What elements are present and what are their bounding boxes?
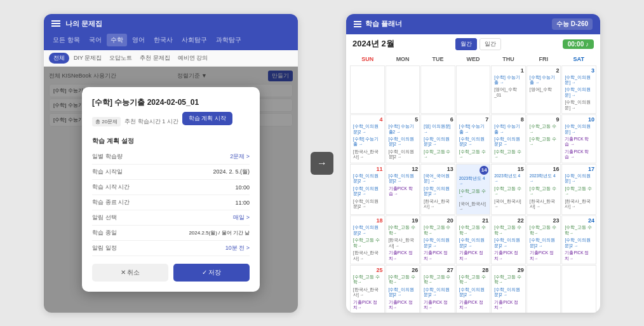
cal-event: [수학_고등 수학→ xyxy=(493,274,524,286)
cal-event: [수학_이의원문]2 → xyxy=(528,237,560,249)
cal-cell[interactable]: 6 [영] 이의원문] → [수학_이의원문]2 → [수학_고등 수→ xyxy=(420,114,455,163)
modal-row-end-time: 학습 종료 시간 11:00 xyxy=(92,195,250,210)
cal-event: [수학_고등 수학→ xyxy=(387,274,419,286)
cal-cell[interactable]: 20 [수학_고등 수학→ [수학_이의원문]2 → 기출PICK 정치→ xyxy=(420,215,455,264)
cal-cell[interactable]: 19 [수학_고등 수학→ [한국사_한국사] → 기출PICK 정치→ xyxy=(386,215,420,264)
cal-event: [수학_이의원문]2 → xyxy=(458,136,489,148)
cal-event: [영] 이의원문] → xyxy=(422,123,453,135)
cal-event: 기출PICK 학습 → xyxy=(387,186,419,198)
cal-cell[interactable]: 27 [수학_고등 수학→ [수학_이의원문]2 → 기출PICK 정치→ xyxy=(420,265,455,313)
modal-start-button[interactable]: 학습 계획 시작 xyxy=(182,112,232,125)
nav-math[interactable]: 수학 xyxy=(107,34,127,46)
cal-cell[interactable] xyxy=(456,65,491,114)
cal-cell[interactable]: 16 2023학년도 4 → [수학_고등 수→ [한국사_한국사] → xyxy=(527,164,561,215)
cal-cell[interactable]: 5 [수학] 수능기출2 → [수학_이의원문]2 → [수학_이의원문]2 → xyxy=(386,114,420,163)
cal-event: 기출PICK 정치→ xyxy=(493,250,524,262)
modal-title: [수학] 수능기출 2024-02-05_01 xyxy=(92,97,250,108)
cal-event: 기출PICK 정치→ xyxy=(387,250,419,262)
row-value[interactable]: 2문제 > xyxy=(230,153,250,161)
cal-cell[interactable]: 18 [수학_이의원문]2 → [수학_고등 수학→ [한국사_한국사] → xyxy=(350,215,385,264)
cal-cell[interactable]: 24 [수학_고등 수학→ [수학_이의원문]2 → 기출PICK 정치→ xyxy=(561,215,596,264)
cal-cell[interactable]: 3 [수학_이의원문] → [수학_이의원문] → [수학_이의원문] → xyxy=(561,65,596,114)
cal-cell[interactable]: 25 [수학_고등 수학→ [한국사_한국사] → 기출PICK 정치→ xyxy=(350,265,385,313)
cal-cell[interactable]: 29 [수학_고등 수학→ [수학_이의원문]2 → 기출PICK 정치→ xyxy=(491,265,526,313)
cal-event: [수학_이의원문]2 → xyxy=(422,136,453,148)
cal-event: [수학_고등 수→ xyxy=(493,149,524,161)
cal-event: [수학_고등 수학→ xyxy=(422,224,453,236)
cal-cell[interactable]: 26 [수학_고등 수학→ [수학_이의원문]2 → 기출PICK 정치→ xyxy=(386,265,420,313)
cal-event: [수학_고등 수→ xyxy=(528,186,560,198)
cal-event: [수학_이의원문]2 → xyxy=(493,136,524,148)
cal-cell[interactable]: 2 [수학] 수능기출 → [영어]_수학 xyxy=(527,65,561,114)
nav-history[interactable]: 한국사 xyxy=(150,34,177,46)
row-label: 알림 선택 xyxy=(92,214,117,222)
row-value[interactable]: 매일 > xyxy=(233,214,250,222)
cal-event: [수학_고등 수→ xyxy=(422,149,453,161)
right-menu-icon[interactable] xyxy=(354,21,361,27)
cal-day-num: 12 xyxy=(387,166,419,172)
view-daily[interactable]: 일간 xyxy=(480,38,501,50)
cal-day-num: 14 xyxy=(480,166,488,175)
row-label: 학습 종일 xyxy=(92,229,117,237)
cal-event: [수학_고등 수학→ xyxy=(458,224,489,236)
cal-cell[interactable]: 28 [수학_고등 수학→ [수학_이의원문]2 → 기출PICK 정치→ xyxy=(456,265,491,313)
cal-cell[interactable]: 14 2023학년도 4 → [수학_고등 수→ [국어_한국사] → xyxy=(456,164,491,215)
cal-event: [수학_고등 수학→ xyxy=(458,274,489,286)
left-subnav: 전체 DIY 문제집 오답노트 추천 문제집 예비연 강의 xyxy=(44,50,298,67)
cal-cell[interactable]: 11 [수학_이의원문]2 → [수학_이의원문]2 → [수학_이의원문]2 … xyxy=(350,164,385,215)
cal-cell[interactable]: 22 [수학_고등 수학→ [수학_이의원문]2 → 기출PICK 정치→ xyxy=(491,215,526,264)
nav-all[interactable]: 모든 항목 xyxy=(49,34,84,46)
cal-cell[interactable]: 12 [수학_이의원문]2 → 기출PICK 학습 → xyxy=(386,164,420,215)
cal-cell[interactable]: 21 [수학_고등 수학→ [수학_이의원문]2 → 기출PICK 정치→ xyxy=(456,215,491,264)
cal-event: [한국사_한국사] → xyxy=(528,198,560,210)
cal-cell[interactable]: 13 [국어_국어원문] → [수학_이의원문]2 → [한국사_한국사] → xyxy=(420,164,455,215)
row-value[interactable]: 10분 전 > xyxy=(225,244,250,252)
cal-cell[interactable]: 8 [수학] 수능기출 → [수학_이의원문]2 → [수학_고등 수→ xyxy=(491,114,526,163)
cal-day-num: 2 xyxy=(528,67,560,74)
nav-english[interactable]: 영어 xyxy=(128,34,149,46)
nav-science[interactable]: 과학탐구 xyxy=(212,34,245,46)
cal-cell[interactable]: 9 [수학_고등 수→ [수학_고등 수→ xyxy=(527,114,561,163)
subnav-wrong[interactable]: 오답노트 xyxy=(106,53,135,64)
subnav-all[interactable]: 전체 xyxy=(49,53,69,64)
cal-cell[interactable]: 1 [수학] 수능기출 → [영어]_수학_01 xyxy=(491,65,526,114)
dday-badge: 수능 D-260 xyxy=(552,18,593,30)
subnav-lecture[interactable]: 예비연 강의 xyxy=(175,53,211,64)
cal-cell[interactable]: 10 [수학_이의원문] → 기출PICK 학습 → 기출PICK 학습 → xyxy=(561,114,596,163)
cal-cell[interactable]: 4 [수학_이의원문]2 → [수학] 수능기출 → [한국사_한국사] → xyxy=(350,114,385,163)
cal-cell[interactable]: 7 [수학] 수능기출 → [수학_이의원문]2 → [수학_고등 수→ xyxy=(456,114,491,163)
subnav-diy[interactable]: DIY 문제집 xyxy=(70,53,105,64)
view-monthly[interactable]: 월간 xyxy=(455,38,477,50)
right-topbar-left: 학습 플래너 xyxy=(354,19,402,29)
cal-cell[interactable]: 15 2023학년도 4 → [수학_고등 수→ [국어_한국사] → xyxy=(491,164,526,215)
cal-event: [한국사_한국사] → xyxy=(352,149,383,161)
cal-cell[interactable]: 23 [수학_고등 수학→ [수학_이의원문]2 → 기출PICK 정치→ xyxy=(527,215,561,264)
cal-cell[interactable] xyxy=(527,265,561,313)
arrow-container: → xyxy=(311,152,333,175)
subnav-recommend[interactable]: 추천 문제집 xyxy=(137,53,173,64)
row-value: 2024. 2. 5.(월) xyxy=(213,168,250,176)
calendar-month: 2024년 2월 xyxy=(352,38,394,50)
nav-social[interactable]: 사회탐구 xyxy=(178,34,211,46)
cal-cell[interactable] xyxy=(561,265,596,313)
modal-row-reminder: 알림 일정 10분 전 > xyxy=(92,241,250,256)
cal-event: [수학_이의원문]2 → xyxy=(352,198,383,210)
save-button[interactable]: ✓ 저장 xyxy=(173,264,250,282)
cal-event: [국어_한국사] → xyxy=(493,198,524,210)
cancel-button[interactable]: ✕ 취소 xyxy=(92,264,168,282)
cal-cell[interactable] xyxy=(386,65,420,114)
cal-event: [수학_이의원문]2 → xyxy=(387,173,419,185)
cal-day-num: 16 xyxy=(528,166,560,172)
cal-cell[interactable]: 17 [수학_이의원문] → [수학_고등 수→ [한국사_한국사] → xyxy=(561,164,596,215)
cal-cell[interactable] xyxy=(420,65,455,114)
cal-event: [수학] 수능기출2 → xyxy=(387,123,419,135)
cal-event: [수학_이의원문]2 → xyxy=(352,186,383,198)
cal-event: [수학_고등 수→ xyxy=(458,149,489,161)
cal-event: [수학_이의원문]2 → xyxy=(387,149,419,161)
nav-korean[interactable]: 국어 xyxy=(85,34,105,46)
cal-day-num: 24 xyxy=(563,217,594,224)
cal-event: [수학_고등 수학→ xyxy=(352,274,383,286)
cal-event: 기출PICK 정치→ xyxy=(528,250,560,262)
cal-cell[interactable] xyxy=(350,65,385,114)
menu-icon[interactable] xyxy=(51,20,60,27)
